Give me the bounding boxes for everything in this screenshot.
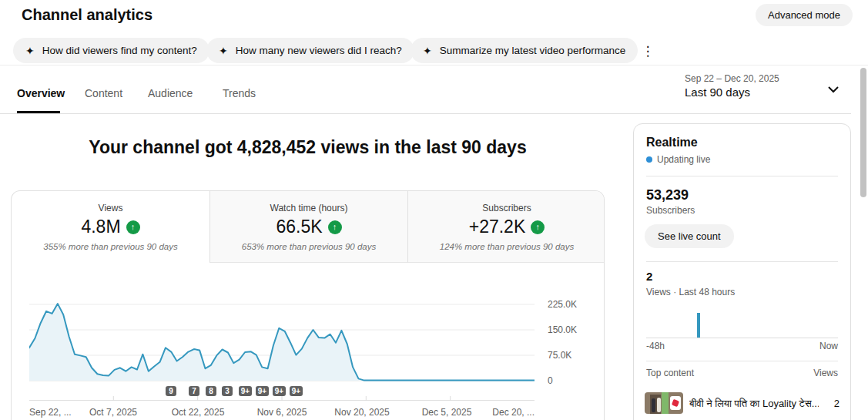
realtime-subscriber-count: 53,239	[646, 187, 689, 203]
realtime-card: Realtime Updating live 53,239 Subscriber…	[633, 123, 851, 420]
realtime-subscribers-label: Subscribers	[646, 205, 695, 216]
upload-count-badge[interactable]: 9+	[239, 386, 252, 396]
upload-count-badge[interactable]: 9+	[256, 386, 269, 396]
metric-value: 66.5K	[276, 217, 322, 237]
y-tick-label: 225.0K	[548, 299, 594, 310]
video-views-value: 2	[834, 398, 840, 409]
views-48h-chart[interactable]	[646, 305, 838, 338]
tab-content[interactable]: Content	[85, 87, 122, 99]
chip-label: Summarize my latest video performance	[440, 45, 626, 56]
trend-up-icon: ↑	[531, 220, 545, 234]
top-content-header: Top content	[646, 368, 694, 378]
upload-count-badge[interactable]: 7	[189, 386, 199, 396]
axis-start-label: -48h	[646, 341, 665, 351]
tab-overview[interactable]: Overview	[17, 87, 65, 99]
upload-count-badge[interactable]: 9	[166, 386, 176, 396]
x-tick-label: Oct 7, 2025	[89, 407, 137, 418]
x-tick-label: Dec 5, 2025	[422, 407, 472, 418]
analytics-card: Views 4.8M ↑ 355% more than previous 90 …	[11, 190, 605, 420]
upload-count-badge[interactable]: 9+	[290, 386, 303, 396]
chip-how-did-viewers-find[interactable]: ✦ How did viewers find my content?	[13, 38, 209, 63]
sparkle-icon: ✦	[423, 45, 432, 56]
vertical-scrollbar-thumb[interactable]	[860, 68, 866, 197]
y-tick-label: 0	[548, 375, 594, 386]
metric-value: +27.2K	[469, 217, 526, 237]
x-tick-label: Dec 20, ...	[492, 407, 535, 418]
sparkle-icon: ✦	[219, 45, 228, 56]
views-48h-bar	[697, 313, 700, 338]
metric-label: Views	[12, 203, 209, 213]
x-tick-label: Sep 22, ...	[29, 407, 72, 418]
metric-card-views[interactable]: Views 4.8M ↑ 355% more than previous 90 …	[12, 191, 209, 263]
active-tab-underline	[17, 111, 60, 113]
realtime-status: Updating live	[646, 154, 710, 165]
date-preset-text: Last 90 days	[685, 86, 750, 99]
views-area	[29, 304, 535, 381]
metric-delta: 124% more than previous 90 days	[408, 242, 605, 251]
x-tick-label: Oct 22, 2025	[172, 407, 225, 418]
views-column-header: Views	[813, 368, 838, 378]
date-range-picker[interactable]: Sep 22 – Dec 20, 2025 Last 90 days	[674, 69, 851, 109]
realtime-title: Realtime	[646, 136, 698, 150]
divider	[646, 261, 838, 262]
more-options-kebab-icon[interactable]: ⋮	[638, 41, 657, 61]
realtime-status-label: Updating live	[657, 154, 710, 165]
metric-delta: 355% more than previous 90 days	[12, 242, 209, 251]
date-range-text: Sep 22 – Dec 20, 2025	[685, 73, 779, 84]
views-headline: Your channel got 4,828,452 views in the …	[11, 137, 605, 158]
upload-count-badge[interactable]: 3	[222, 386, 233, 396]
top-content-row[interactable]: बीवी ने लिया पति का Loyality टेस... 2	[634, 389, 852, 418]
upload-count-badge[interactable]: 9+	[273, 386, 286, 396]
tab-trends[interactable]: Trends	[223, 87, 256, 99]
page-title: Channel analytics	[22, 6, 152, 24]
live-dot-icon	[646, 156, 652, 163]
chip-label: How many new viewers did I reach?	[236, 45, 402, 56]
metric-delta: 653% more than previous 90 days	[210, 242, 407, 251]
chevron-down-icon	[824, 80, 843, 99]
chip-summarize-performance[interactable]: ✦ Summarize my latest video performance	[411, 38, 638, 63]
divider	[646, 176, 838, 176]
metric-card-subscribers[interactable]: Subscribers +27.2K ↑ 124% more than prev…	[407, 191, 605, 263]
axis-end-label: Now	[819, 341, 838, 351]
chip-label: How did viewers find my content?	[42, 45, 197, 56]
sparkle-icon: ✦	[25, 45, 35, 56]
video-thumbnail	[645, 392, 683, 414]
tab-audience[interactable]: Audience	[148, 87, 193, 99]
channel-analytics-page: Channel analytics Advanced mode ✦ How di…	[0, 0, 868, 420]
x-tick-label: Nov 6, 2025	[257, 407, 307, 418]
upload-count-badge[interactable]: 8	[206, 386, 216, 396]
metric-value: 4.8M	[81, 217, 120, 237]
video-title: बीवी ने लिया पति का Loyality टेस...	[689, 398, 819, 410]
realtime-views-count: 2	[646, 270, 652, 283]
trend-up-icon: ↑	[328, 220, 342, 234]
see-live-count-button[interactable]: See live count	[645, 224, 734, 248]
metric-label: Watch time (hours)	[210, 203, 407, 213]
y-tick-label: 75.0K	[548, 350, 594, 361]
views-chart-svg[interactable]	[29, 294, 535, 401]
x-tick-label: Nov 20, 2025	[334, 407, 389, 418]
realtime-views-label: Views · Last 48 hours	[646, 287, 735, 297]
chip-new-viewers-reach[interactable]: ✦ How many new viewers did I reach?	[206, 38, 414, 63]
trend-up-icon: ↑	[126, 220, 140, 234]
divider	[646, 361, 838, 361]
metric-label: Subscribers	[408, 203, 605, 213]
metric-card-watch-time[interactable]: Watch time (hours) 66.5K ↑ 653% more tha…	[209, 191, 407, 263]
advanced-mode-button[interactable]: Advanced mode	[756, 4, 853, 26]
y-tick-label: 150.0K	[548, 324, 594, 335]
